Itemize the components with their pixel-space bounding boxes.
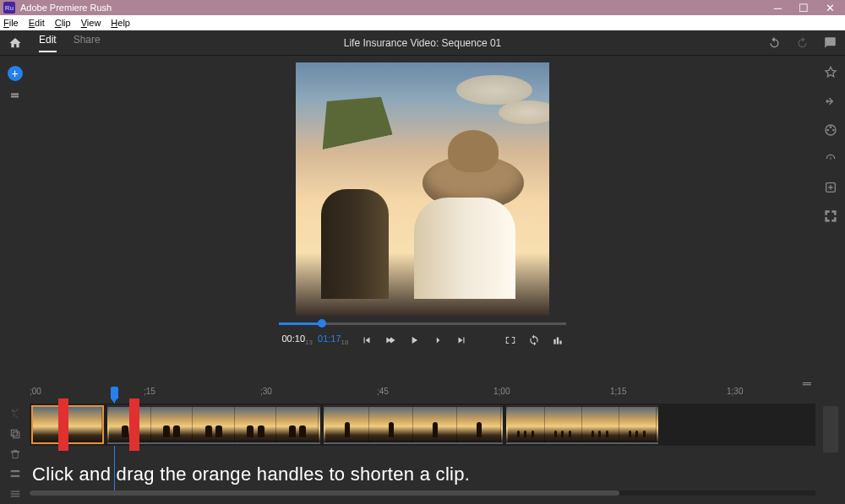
audio-track-scrollbar[interactable] <box>823 406 838 453</box>
delete-icon[interactable] <box>9 448 21 460</box>
topnav: Edit Share Life Insurance Video: Sequenc… <box>0 30 845 56</box>
playhead[interactable] <box>111 387 118 398</box>
menu-help[interactable]: Help <box>111 18 130 28</box>
close-button[interactable]: ✕ <box>826 2 835 14</box>
ruler-tick: ;15 <box>144 387 155 396</box>
time-ruler[interactable]: ;00 ;15 ;30 ;45 1;00 1;15 1;30 <box>0 385 845 404</box>
color-icon[interactable] <box>824 123 837 137</box>
timeline-view-tools <box>0 468 30 500</box>
main-area: + 00:1013 01:1718 <box>0 56 845 385</box>
scrubber-handle[interactable] <box>318 319 326 328</box>
ruler-tick: 1;00 <box>493 387 510 396</box>
undo-icon[interactable] <box>768 36 781 49</box>
menu-clip[interactable]: Clip <box>55 18 71 28</box>
svg-rect-16 <box>10 496 19 496</box>
svg-rect-15 <box>10 493 19 494</box>
svg-rect-14 <box>10 491 19 492</box>
svg-rect-2 <box>553 339 555 344</box>
instruction-overlay: Click and drag the orange handles to sho… <box>32 463 470 485</box>
go-to-end-icon[interactable] <box>455 334 467 346</box>
loop-icon[interactable] <box>528 334 540 346</box>
project-panel-icon[interactable] <box>8 91 21 101</box>
transitions-icon[interactable] <box>824 95 837 108</box>
duplicate-icon[interactable] <box>9 428 21 440</box>
app-icon: Ru <box>3 2 15 14</box>
svg-rect-12 <box>10 470 19 472</box>
svg-point-6 <box>829 126 831 128</box>
clip-trim-handle-left[interactable] <box>58 398 68 451</box>
timecode: 00:1013 01:1718 <box>282 333 349 346</box>
titlebar: Ru Adobe Premiere Rush ─ ☐ ✕ <box>0 0 845 15</box>
minimize-button[interactable]: ─ <box>774 2 782 14</box>
scrubber[interactable] <box>279 322 566 325</box>
go-to-start-icon[interactable] <box>361 334 373 346</box>
ruler-tick: ;45 <box>377 387 389 396</box>
preview-figure-woman <box>304 96 414 299</box>
svg-rect-10 <box>11 430 17 436</box>
svg-rect-11 <box>13 432 19 438</box>
clip-4[interactable] <box>506 405 658 444</box>
clip-3[interactable] <box>324 405 503 444</box>
svg-point-7 <box>826 129 829 132</box>
ruler-tick: 1;30 <box>727 387 743 396</box>
add-media-button[interactable]: + <box>8 66 23 81</box>
scissors-icon[interactable] <box>9 408 21 420</box>
preview-figure-child <box>414 130 532 299</box>
track-controls-icon[interactable] <box>9 488 21 500</box>
svg-point-8 <box>832 129 835 132</box>
ruler-tick: 1;15 <box>610 387 626 396</box>
fullscreen-icon[interactable] <box>504 334 516 346</box>
redo-icon[interactable] <box>796 36 809 49</box>
horizontal-scrollbar-thumb[interactable] <box>30 490 619 496</box>
transform-icon[interactable] <box>824 209 837 223</box>
expand-tracks-icon[interactable] <box>9 468 21 480</box>
project-title: Life Insurance Video: Sequence 01 <box>344 37 502 49</box>
right-sidebar <box>815 56 845 385</box>
ruler-tick: ;30 <box>260 387 272 396</box>
step-back-icon[interactable] <box>384 334 396 346</box>
ruler-tick: ;00 <box>30 387 41 396</box>
menu-edit[interactable]: Edit <box>29 18 45 28</box>
video-preview[interactable] <box>296 62 549 316</box>
home-icon[interactable] <box>8 36 22 50</box>
svg-rect-3 <box>556 337 558 344</box>
svg-rect-1 <box>11 96 19 98</box>
step-forward-icon[interactable] <box>432 334 444 346</box>
viewer-panel: 00:1013 01:1718 <box>30 56 815 385</box>
app-name: Adobe Premiere Rush <box>20 3 112 13</box>
play-icon[interactable] <box>408 334 420 346</box>
playback-controls: 00:1013 01:1718 <box>30 322 815 346</box>
tab-edit[interactable]: Edit <box>39 34 57 52</box>
titles-icon[interactable] <box>824 66 837 79</box>
svg-rect-13 <box>10 475 19 477</box>
menubar: File Edit Clip View Help <box>0 15 845 30</box>
svg-rect-0 <box>11 94 19 95</box>
horizontal-scrollbar[interactable] <box>30 490 815 496</box>
tab-share[interactable]: Share <box>74 34 101 52</box>
maximize-button[interactable]: ☐ <box>799 2 809 14</box>
speed-icon[interactable] <box>824 152 837 165</box>
menu-view[interactable]: View <box>81 18 101 28</box>
comment-icon[interactable] <box>824 36 837 49</box>
clip-trim-handle-right[interactable] <box>129 398 139 451</box>
audio-icon[interactable] <box>824 181 837 194</box>
video-track[interactable] <box>30 404 815 446</box>
left-sidebar: + <box>0 56 30 385</box>
quality-icon[interactable] <box>552 334 564 346</box>
svg-rect-4 <box>559 340 561 344</box>
timeline: ═ ;00 ;15 ;30 ;45 1;00 1;15 1;30 <box>0 385 845 504</box>
menu-file[interactable]: File <box>3 18 19 28</box>
